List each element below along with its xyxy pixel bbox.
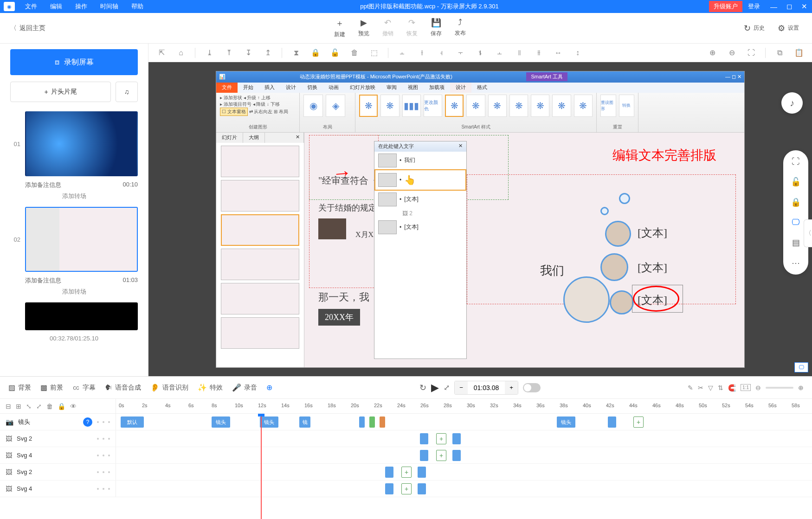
ppt-tab[interactable]: 审阅 — [381, 83, 402, 93]
change-color[interactable]: 更改颜色 — [424, 95, 442, 117]
timeline-clip[interactable] — [608, 416, 616, 428]
snap-toggle[interactable] — [523, 383, 541, 392]
outline-tab[interactable]: 大纲 — [243, 133, 265, 143]
distribute-v-icon[interactable]: ⫵ — [530, 45, 547, 61]
align-up-icon[interactable]: ↥ — [259, 45, 276, 61]
tool-home-icon[interactable]: ⌂ — [173, 45, 189, 61]
layout-option[interactable]: ◈ — [326, 95, 345, 117]
upgrade-button[interactable]: 升级账户 — [709, 1, 742, 12]
smartart-style[interactable]: ❋ — [488, 95, 507, 117]
menu-timeline[interactable]: 时间轴 — [94, 2, 125, 11]
timeline-ruler[interactable]: 0s2s4s6s8s10s12s14s16s18s20s22s24s26s28s… — [116, 399, 812, 413]
lock-icon[interactable]: 🔒 — [307, 45, 324, 61]
tool-export-icon[interactable]: ⇱ — [153, 45, 170, 61]
track-tool-icon[interactable]: 👁 — [70, 403, 77, 410]
layout-option[interactable]: ◉ — [303, 95, 323, 117]
time-decrease[interactable]: − — [455, 381, 468, 394]
editor-canvas[interactable]: 📊 动态浪漫婚纱照相册PPT模板 - Microsoft PowerPoint(… — [216, 71, 745, 368]
filter-icon[interactable]: ▽ — [708, 384, 713, 391]
magnet-icon[interactable]: 🧲 — [728, 384, 736, 391]
fit-icon[interactable]: ⛶ — [743, 45, 760, 61]
smartart-style[interactable]: ❋ — [509, 95, 528, 117]
slide-thumb[interactable] — [221, 146, 299, 177]
smartart-style[interactable]: ❋ — [466, 95, 485, 117]
add-clip-button[interactable]: + — [401, 467, 412, 478]
scene-note[interactable]: 添加备注信息 — [25, 181, 61, 189]
add-clip-button[interactable]: + — [633, 416, 644, 428]
unlock-icon[interactable]: 🔓 — [327, 45, 343, 61]
scene-thumbnail[interactable] — [25, 207, 138, 272]
track-tool-icon[interactable]: ⤡ — [26, 403, 32, 410]
timeline-tab-asr[interactable]: 👂语音识别 — [150, 383, 188, 392]
center-v-icon[interactable]: ↕ — [569, 45, 586, 61]
distribute-h-icon[interactable]: ⫴ — [511, 45, 528, 61]
smartart-style[interactable]: ❋ — [445, 95, 464, 117]
slides-tab[interactable]: 幻灯片 — [216, 133, 243, 143]
track-tool-icon[interactable]: 🗑 — [46, 403, 53, 410]
timeline-clip[interactable]: 默认 — [121, 416, 144, 428]
smartart-style[interactable]: ❋ — [380, 95, 399, 117]
collapse-panel-button[interactable]: 〈 — [804, 219, 812, 247]
smartart-style[interactable]: ▮▮▮ — [402, 95, 421, 117]
slide-thumb[interactable] — [221, 317, 299, 349]
timeline-tab-tts[interactable]: 🗣语音合成 — [105, 384, 141, 392]
align-down-icon[interactable]: ↧ — [240, 45, 257, 61]
smartart-style[interactable]: ❋ — [359, 95, 378, 117]
reset-graphic[interactable]: 重设图形 — [600, 95, 616, 117]
record-screen-button[interactable]: ⧈ 录制屏幕 — [10, 49, 138, 75]
track-tool-icon[interactable]: 🔒 — [58, 403, 65, 410]
ppt-tab[interactable]: 设计 — [280, 83, 302, 93]
slide-thumb[interactable] — [221, 283, 299, 314]
zoom-out-icon[interactable]: ⊖ — [723, 45, 740, 61]
close-button[interactable]: ✕ — [797, 2, 812, 11]
zoom-in-icon[interactable]: ⊕ — [798, 384, 804, 391]
timeline-clip[interactable] — [452, 433, 461, 444]
background-music-button[interactable]: ♫ — [116, 82, 138, 102]
ppt-tab[interactable]: 切换 — [302, 83, 323, 93]
timeline-clip[interactable]: 镜头 — [212, 416, 230, 428]
login-button[interactable]: 登录 — [742, 2, 766, 11]
timeline-tab-background[interactable]: ▨背景 — [8, 383, 31, 392]
align-bottom-icon[interactable]: ⤓ — [201, 45, 218, 61]
ppt-tab[interactable]: 视图 — [402, 83, 424, 93]
timeline-clip[interactable] — [385, 467, 393, 478]
paste-icon[interactable]: 📋 — [791, 45, 807, 61]
settings-button[interactable]: ⚙设置 — [778, 23, 799, 33]
timeline-clip[interactable] — [418, 483, 426, 494]
menu-file[interactable]: 文件 — [19, 2, 44, 11]
align-center-icon[interactable]: ⫲ — [413, 45, 430, 61]
crop-icon[interactable]: ⬚ — [366, 45, 382, 61]
ratio-icon[interactable]: 1:1 — [741, 384, 751, 391]
slide-thumb[interactable] — [221, 214, 299, 246]
preview-button[interactable]: ▶预览 — [358, 18, 369, 38]
smartart-style[interactable]: ❋ — [531, 95, 549, 117]
zoom-in-icon[interactable]: ⊕ — [704, 45, 721, 61]
time-increase[interactable]: + — [505, 381, 518, 394]
add-clip-button[interactable]: + — [436, 433, 446, 444]
close-icon[interactable]: ✕ — [458, 143, 463, 150]
ppt-tab-file[interactable]: 文件 — [216, 83, 238, 93]
replay-icon[interactable]: ↻ — [419, 383, 426, 393]
undo-button[interactable]: ↶撤销 — [382, 18, 393, 38]
smartart-bubbles[interactable]: [文本] [文本] [文本] 我们 — [568, 193, 716, 332]
title-credits-button[interactable]: +片头片尾 — [10, 82, 111, 102]
sort-icon[interactable]: ⇅ — [718, 384, 723, 391]
timeline-clip[interactable]: 镜 — [299, 416, 310, 428]
slide-thumb[interactable] — [221, 249, 299, 280]
timeline-clip[interactable] — [359, 416, 365, 428]
add-transition[interactable]: 添加转场 — [10, 192, 138, 200]
display-icon[interactable]: 🖵 — [792, 218, 800, 227]
align-top2-icon[interactable]: ⫟ — [452, 45, 469, 61]
current-time-input[interactable] — [468, 381, 505, 394]
add-clip-button[interactable]: + — [401, 483, 412, 494]
track-tool-icon[interactable]: ⊞ — [16, 403, 21, 410]
zoom-slider[interactable] — [766, 387, 793, 389]
zoom-out-icon[interactable]: ⊖ — [755, 384, 761, 391]
new-button[interactable]: ＋新建 — [334, 18, 345, 38]
timeline-clip[interactable] — [418, 467, 426, 478]
track-tool-icon[interactable]: ⤢ — [36, 403, 42, 410]
history-button[interactable]: ↻历史 — [744, 23, 765, 33]
publish-button[interactable]: ⤴发布 — [455, 18, 466, 38]
maximize-button[interactable]: ◻ — [782, 2, 797, 11]
timeline-clip[interactable]: 镜头 — [260, 416, 278, 428]
